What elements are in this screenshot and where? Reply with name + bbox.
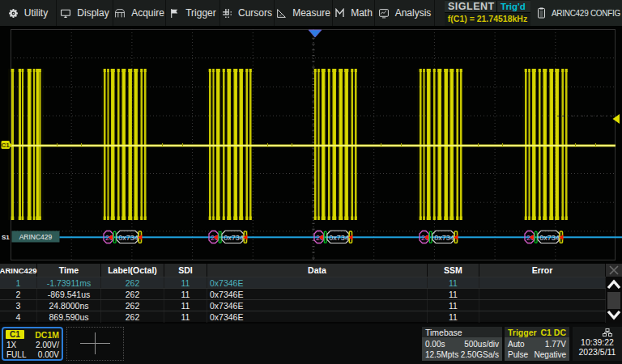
svg-text:ARINC429: ARINC429 [19, 233, 53, 241]
svg-text:C1: C1 [2, 142, 11, 149]
svg-text:0x734: 0x734 [118, 234, 138, 242]
svg-text:S1: S1 [2, 234, 10, 241]
svg-text:0x734: 0x734 [539, 234, 560, 242]
svg-text:0x734: 0x734 [329, 234, 349, 242]
svg-text:0x734: 0x734 [434, 234, 454, 242]
svg-text:0x734: 0x734 [224, 234, 244, 242]
